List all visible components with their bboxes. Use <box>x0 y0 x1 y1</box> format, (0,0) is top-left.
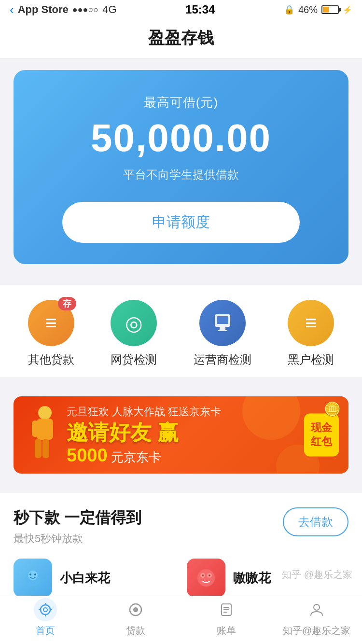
loan-section-title-group: 秒下款 一定借得到 最快5秒钟放款 <box>14 507 141 546</box>
svg-rect-1 <box>217 316 228 324</box>
hero-card: 最高可借(元) 50,000.00 平台不向学生提供借款 申请额度 <box>14 70 348 264</box>
svg-point-12 <box>29 574 31 575</box>
svg-point-26 <box>133 607 138 612</box>
svg-point-20 <box>43 608 47 612</box>
page-title: 盈盈存钱 <box>0 19 362 58</box>
tab-profile-label: 知乎@趣乐之家 <box>283 624 350 637</box>
banner-main-text: 邀请好友 赢 <box>67 422 179 443</box>
loan-section: 秒下款 一定借得到 最快5秒钟放款 去借款 <box>0 493 362 559</box>
xiaobai-name: 小白来花 <box>60 570 110 587</box>
loan-item-xiaobai[interactable]: 小白来花 <box>14 559 175 597</box>
svg-point-13 <box>34 574 36 575</box>
tab-loan-label: 贷款 <box>126 624 145 637</box>
loan-section-subtitle: 最快5秒钟放款 <box>14 532 141 546</box>
other-loan-label: 其他贷款 <box>28 352 74 367</box>
blacklist-detect-label: 黑户检测 <box>288 352 334 367</box>
svg-point-14 <box>197 569 215 587</box>
carrier-label: App Store <box>18 3 69 16</box>
network-label: 4G <box>102 3 116 16</box>
charging-icon: ⚡ <box>343 5 352 14</box>
section-divider <box>0 276 362 285</box>
tab-profile[interactable]: 知乎@趣乐之家 <box>272 598 362 637</box>
time-display: 15:34 <box>185 3 215 16</box>
signal-icon: ●●●○○ <box>72 5 98 15</box>
icon-item-carrier-detect[interactable]: 运营商检测 <box>194 300 251 367</box>
tab-bill[interactable]: 账单 <box>181 598 272 637</box>
loan-section-title: 秒下款 一定借得到 <box>14 507 141 529</box>
banner-coin-icon: 🪙 <box>324 401 341 417</box>
loan-section-header: 秒下款 一定借得到 最快5秒钟放款 去借款 <box>14 507 348 546</box>
net-detect-label: 网贷检测 <box>111 352 157 367</box>
svg-point-31 <box>314 604 320 610</box>
svg-rect-3 <box>218 330 227 331</box>
banner-top-text: 元旦狂欢 人脉大作战 狂送京东卡 <box>67 405 339 419</box>
status-right: 🔒 46% ⚡ <box>284 4 352 15</box>
tab-home[interactable]: 首页 <box>0 598 91 637</box>
banner-content: 元旦狂欢 人脉大作战 狂送京东卡 邀请好友 赢 5000 元京东卡 <box>14 397 348 474</box>
tab-bar: 首页 贷款 账单 知乎@趣乐之家 <box>0 596 362 644</box>
icon-item-other-loan[interactable]: 存 ≡ 其他贷款 <box>28 300 74 367</box>
other-loan-icon: 存 ≡ <box>28 300 74 346</box>
xiaobai-icon <box>14 559 52 597</box>
icons-grid: 存 ≡ 其他贷款 ◎ 网贷检测 运营商检测 ≡ 黑户检测 <box>0 285 362 377</box>
icon-item-net-detect[interactable]: ◎ 网贷检测 <box>111 300 157 367</box>
promo-banner[interactable]: 元旦狂欢 人脉大作战 狂送京东卡 邀请好友 赢 5000 元京东卡 现金红包 🪙 <box>14 396 348 474</box>
battery-fill <box>323 7 330 13</box>
hero-disclaimer: 平台不向学生提供借款 <box>123 167 239 182</box>
tab-loan[interactable]: 贷款 <box>91 598 181 637</box>
hero-subtitle: 最高可借(元) <box>144 94 218 111</box>
battery-percent: 46% <box>298 4 318 15</box>
aonao-icon <box>187 559 225 597</box>
net-detect-icon: ◎ <box>111 300 157 346</box>
icon-item-blacklist-detect[interactable]: ≡ 黑户检测 <box>288 300 334 367</box>
lock-icon: 🔒 <box>284 4 294 15</box>
svg-rect-2 <box>220 327 225 330</box>
section-divider-2 <box>0 377 362 387</box>
tab-profile-icon <box>305 598 328 621</box>
svg-point-18 <box>209 574 210 576</box>
banner-badge: 现金红包 <box>304 413 339 456</box>
status-bar: ‹ App Store ●●●○○ 4G 15:34 🔒 46% ⚡ <box>0 0 362 19</box>
section-divider-3 <box>0 474 362 483</box>
svg-point-11 <box>28 571 38 580</box>
aonao-name: 嗷嗷花 <box>233 570 271 587</box>
tab-home-label: 首页 <box>36 624 55 637</box>
watermark: 知乎 @趣乐之家 <box>282 568 352 581</box>
banner-sub-text: 5000 元京东卡 <box>67 445 339 466</box>
svg-point-17 <box>202 574 204 576</box>
tab-home-icon <box>34 598 57 621</box>
battery-icon <box>321 5 339 14</box>
carrier-detect-label: 运营商检测 <box>194 352 251 367</box>
blacklist-detect-icon: ≡ <box>288 300 334 346</box>
tab-loan-icon <box>124 598 147 621</box>
tab-bill-label: 账单 <box>217 624 236 637</box>
tab-bill-icon <box>215 598 238 621</box>
back-arrow-icon[interactable]: ‹ <box>10 2 14 17</box>
hero-amount: 50,000.00 <box>91 119 271 157</box>
go-borrow-button[interactable]: 去借款 <box>283 507 348 536</box>
svg-point-19 <box>41 605 50 615</box>
apply-button[interactable]: 申请额度 <box>62 202 299 243</box>
carrier-detect-icon <box>199 300 246 346</box>
other-loan-badge: 存 <box>58 297 76 310</box>
status-left: ‹ App Store ●●●○○ 4G <box>10 2 117 17</box>
